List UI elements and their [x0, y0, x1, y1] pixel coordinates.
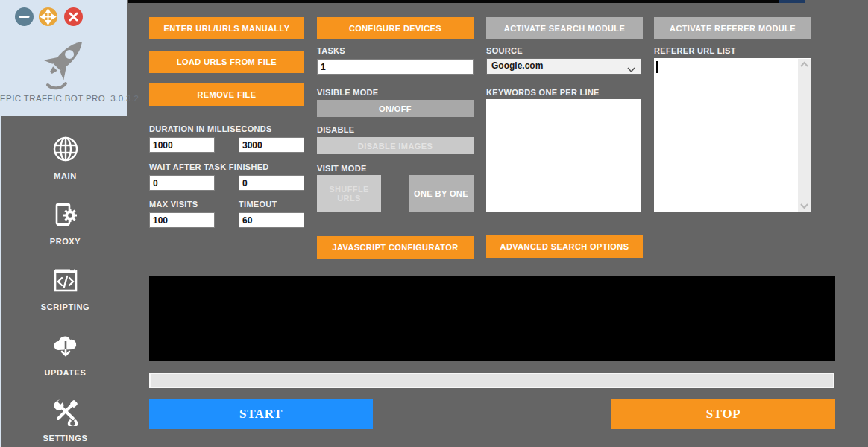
stop-button[interactable]: STOP	[611, 399, 835, 429]
app-name-text: EPIC TRAFFIC BOT PRO	[0, 94, 105, 103]
javascript-configurator-button[interactable]: JAVASCRIPT CONFIGURATOR	[317, 236, 474, 259]
top-window-strip-accent	[779, 0, 805, 3]
activate-referer-module-button[interactable]: ACTIVATE REFERER MODULE	[654, 17, 811, 39]
scrollbar[interactable]	[798, 59, 811, 212]
globe-icon	[0, 134, 130, 167]
visible-mode-label: VISIBLE MODE	[317, 88, 378, 97]
sidebar-item-label: SCRIPTING	[0, 302, 130, 311]
minus-icon	[15, 7, 34, 26]
load-urls-button[interactable]: LOAD URLS FROM FILE	[149, 51, 304, 73]
sidebar-item-label: PROXY	[0, 237, 130, 246]
proxy-server-gear-icon	[0, 200, 130, 232]
shuffle-urls-button[interactable]: SHUFFLE URLS	[317, 175, 381, 212]
close-x-icon	[64, 7, 83, 26]
cloud-download-icon	[0, 331, 130, 364]
sidebar-item-settings[interactable]: SETTINGS	[0, 396, 130, 443]
top-window-strip	[128, 0, 779, 3]
move-arrows-icon	[39, 7, 57, 26]
keywords-label: KEYWORDS ONE PER LINE	[486, 88, 600, 97]
app-title: EPIC TRAFFIC BOT PRO 3.0.3.2	[0, 94, 127, 103]
console-output	[149, 276, 835, 361]
disable-label: DISABLE	[317, 125, 354, 134]
advanced-search-options-button[interactable]: ADVANCED SEARCH OPTIONS	[486, 235, 643, 258]
timeout-label: TIMEOUT	[239, 200, 277, 209]
configure-devices-button[interactable]: CONFIGURE DEVICES	[317, 17, 474, 39]
disable-images-button[interactable]: DISABLE IMAGES	[317, 137, 474, 154]
visible-mode-toggle-button[interactable]: ON/OFF	[317, 100, 474, 117]
scroll-up-icon[interactable]	[799, 61, 809, 68]
sidebar-item-scripting[interactable]: SCRIPTING	[0, 265, 130, 311]
wait-min-input[interactable]	[149, 175, 215, 191]
rocket-logo-icon	[34, 30, 92, 94]
duration-min-input[interactable]	[149, 137, 215, 153]
chevron-down-icon	[627, 64, 635, 74]
duration-label: DURATION IN MILLISECONDS	[149, 124, 272, 133]
move-window-button[interactable]	[39, 7, 57, 26]
activate-search-module-button[interactable]: ACTIVATE SEARCH MODULE	[486, 17, 643, 39]
max-visits-label: MAX VISITS	[149, 200, 198, 209]
source-select[interactable]: Google.com	[486, 58, 641, 74]
code-window-icon	[0, 265, 130, 298]
keywords-textarea[interactable]	[486, 99, 641, 212]
start-button[interactable]: START	[149, 399, 373, 429]
minimize-button[interactable]	[15, 7, 34, 26]
app-version-text: 3.0.3.2	[110, 94, 139, 103]
progress-bar	[149, 372, 834, 388]
sidebar-item-updates[interactable]: UPDATES	[0, 331, 130, 377]
wait-after-task-label: WAIT AFTER TASK FINISHED	[149, 162, 269, 171]
one-by-one-button[interactable]: ONE BY ONE	[409, 175, 474, 212]
close-button[interactable]	[64, 7, 83, 26]
source-selected-value: Google.com	[491, 60, 543, 71]
text-caret	[656, 61, 658, 73]
source-label: SOURCE	[486, 46, 523, 55]
tasks-input[interactable]	[317, 59, 474, 74]
sidebar-item-label: UPDATES	[0, 368, 130, 377]
referer-url-list-textarea[interactable]	[654, 58, 811, 212]
remove-file-button[interactable]: REMOVE FILE	[149, 83, 304, 106]
sidebar-item-label: SETTINGS	[0, 434, 130, 443]
scroll-down-icon[interactable]	[799, 203, 809, 209]
referer-url-list-label: REFERER URL LIST	[654, 46, 736, 55]
enter-urls-button[interactable]: ENTER URL/URLS MANUALLY	[149, 17, 304, 39]
sidebar-item-main[interactable]: MAIN	[0, 134, 130, 180]
brand-panel: EPIC TRAFFIC BOT PRO 3.0.3.2	[0, 0, 127, 116]
visit-mode-label: VISIT MODE	[317, 164, 367, 173]
tools-icon	[0, 396, 130, 429]
sidebar-item-proxy[interactable]: PROXY	[0, 200, 130, 246]
tasks-label: TASKS	[317, 46, 345, 55]
timeout-input[interactable]	[239, 212, 304, 228]
wait-max-input[interactable]	[239, 175, 304, 191]
duration-max-input[interactable]	[239, 137, 304, 153]
max-visits-input[interactable]	[149, 212, 215, 228]
sidebar-item-label: MAIN	[0, 171, 130, 180]
